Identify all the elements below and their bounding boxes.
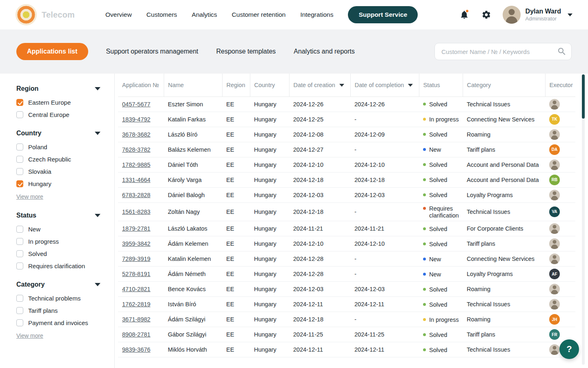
date-completion-cell: - (350, 312, 419, 327)
checkbox-icon[interactable] (16, 99, 23, 106)
status-label: Solved (429, 131, 447, 138)
nav-item-customer-retention[interactable]: Customer retention (232, 11, 286, 18)
checkbox-icon[interactable] (16, 238, 23, 245)
checkbox-icon[interactable] (16, 226, 23, 233)
executor-cell (545, 157, 575, 172)
executor-avatar[interactable]: VA (549, 206, 560, 217)
application-number-link[interactable]: 1762-2819 (122, 301, 150, 307)
executor-avatar[interactable] (549, 223, 560, 234)
checkbox-icon[interactable] (16, 263, 23, 269)
chevron-down-icon (95, 214, 100, 217)
filter-section-header[interactable]: Category (16, 281, 100, 288)
application-number-link[interactable]: 3671-8982 (122, 316, 150, 323)
column-header-executor: Executor (545, 74, 575, 96)
executor-avatar[interactable] (549, 299, 560, 310)
application-number-link[interactable]: 0457-5677 (122, 101, 150, 108)
executor-avatar[interactable]: FR (549, 329, 560, 340)
filter-checkbox-solved[interactable]: Solved (16, 250, 100, 257)
checkbox-icon[interactable] (16, 168, 23, 175)
application-number-link[interactable]: 1839-4792 (122, 116, 150, 123)
user-menu[interactable]: Dylan Ward Administrator (503, 6, 572, 24)
nav-item-integrations[interactable]: Integrations (300, 11, 333, 18)
tab-analytics-and-reports[interactable]: Analytics and reports (294, 48, 354, 55)
filter-checkbox-payment-and-invoices[interactable]: Payment and invoices (16, 319, 100, 326)
application-number-link[interactable]: 5278-8191 (122, 271, 150, 277)
nav-item-overview[interactable]: Overview (105, 11, 132, 18)
executor-avatar[interactable] (549, 344, 560, 355)
executor-avatar[interactable] (549, 190, 560, 200)
filter-section-header[interactable]: Country (16, 130, 100, 137)
application-number-link[interactable]: 1879-2781 (122, 225, 150, 232)
executor-avatar[interactable] (549, 238, 560, 249)
filter-checkbox-poland[interactable]: Poland (16, 144, 100, 150)
filter-checkbox-central-europe[interactable]: Central Europe (16, 111, 100, 118)
scrollbar-thumb[interactable] (582, 74, 585, 119)
executor-avatar[interactable]: JH (549, 314, 560, 325)
executor-avatar[interactable]: RB (549, 175, 560, 185)
help-button[interactable]: ? (559, 339, 579, 359)
checkbox-icon[interactable] (16, 250, 23, 257)
checkbox-icon[interactable] (16, 307, 23, 314)
category-cell: Loyalty Programs (463, 187, 545, 202)
status-cell: Solved (419, 297, 463, 312)
filter-checkbox-czech-republic[interactable]: Czech Republic (16, 156, 100, 163)
notifications-button[interactable] (459, 9, 470, 20)
filter-section-header[interactable]: Region (16, 85, 100, 92)
application-number-link[interactable]: 4710-2821 (122, 286, 150, 292)
checkbox-icon[interactable] (16, 144, 23, 150)
filter-items: New In progress Solved Requires clarific… (16, 226, 100, 269)
application-number-link[interactable]: 1782-9885 (122, 162, 150, 168)
application-number-link[interactable]: 6783-2828 (122, 192, 150, 198)
application-number-link[interactable]: 3678-3682 (122, 131, 150, 138)
filter-checkbox-requires-clarification[interactable]: Requires clarification (16, 263, 100, 269)
filter-checkbox-hungary[interactable]: Hungary (16, 180, 100, 187)
checkbox-icon[interactable] (16, 156, 23, 163)
filter-checkbox-technical-problems[interactable]: Technical problems (16, 295, 100, 302)
nav-item-analytics[interactable]: Analytics (192, 11, 217, 18)
settings-button[interactable] (481, 9, 492, 20)
executor-avatar[interactable]: AF (549, 269, 560, 279)
filter-checkbox-slovakia[interactable]: Slovakia (16, 168, 100, 175)
sort-arrow-icon[interactable] (339, 84, 344, 87)
view-more-link[interactable]: View more (16, 193, 43, 200)
executor-avatar[interactable] (549, 129, 560, 140)
filter-checkbox-tariff-plans[interactable]: Tariff plans (16, 307, 100, 314)
nav-item-customers[interactable]: Customers (147, 11, 177, 18)
executor-avatar[interactable] (549, 99, 560, 110)
checkbox-icon[interactable] (16, 180, 23, 187)
tab-applications-list[interactable]: Applications list (16, 43, 88, 60)
executor-avatar[interactable] (549, 254, 560, 264)
filter-section-title: Category (16, 281, 45, 288)
column-header-date-of-completion[interactable]: Date of completion (350, 74, 419, 96)
application-number-link[interactable]: 9839-3676 (122, 346, 150, 353)
application-number-cell: 4710-2821 (118, 282, 164, 297)
application-number-link[interactable]: 1561-8283 (122, 209, 150, 215)
filter-section-header[interactable]: Status (16, 212, 100, 219)
tab-response-templates[interactable]: Response templates (216, 48, 276, 55)
executor-avatar[interactable]: TK (549, 114, 560, 125)
region-cell: EE (222, 96, 250, 112)
status-label: Solved (429, 241, 447, 248)
filter-checkbox-in-progress[interactable]: In progress (16, 238, 100, 245)
filter-checkbox-new[interactable]: New (16, 226, 100, 233)
application-number-link[interactable]: 3959-3842 (122, 240, 150, 247)
search-icon[interactable] (557, 47, 567, 56)
view-more-link[interactable]: View more (16, 332, 43, 339)
application-number-link[interactable]: 7628-3782 (122, 146, 150, 153)
application-number-link[interactable]: 8908-2781 (122, 331, 150, 338)
support-service-button[interactable]: Support Service (348, 6, 418, 23)
filter-checkbox-eastern-europe[interactable]: Eastern Europe (16, 99, 100, 106)
executor-avatar[interactable] (549, 159, 560, 170)
column-header-date-of-creation[interactable]: Date of creation (289, 74, 350, 96)
application-number-link[interactable]: 1331-4664 (122, 177, 150, 183)
checkbox-icon[interactable] (16, 319, 23, 326)
application-number-link[interactable]: 7289-3919 (122, 256, 150, 262)
checkbox-icon[interactable] (16, 111, 23, 118)
checkbox-icon[interactable] (16, 295, 23, 302)
application-number-cell: 3671-8982 (118, 312, 164, 327)
search-input[interactable] (434, 43, 572, 60)
executor-avatar[interactable] (549, 284, 560, 294)
tab-support-operators-management[interactable]: Support operators management (106, 48, 198, 55)
executor-avatar[interactable]: DA (549, 144, 560, 155)
sort-arrow-icon[interactable] (408, 84, 413, 87)
